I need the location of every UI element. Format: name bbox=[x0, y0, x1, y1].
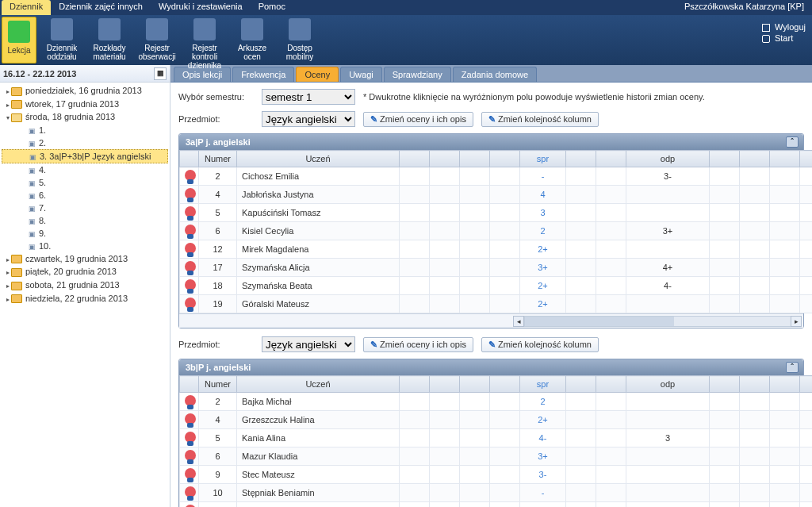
tree-lesson[interactable]: 7. bbox=[2, 202, 168, 214]
ribbon-dziennik-oddziału[interactable]: Dziennikoddziału bbox=[38, 15, 86, 65]
class-a-hscroll[interactable]: ◂▸ bbox=[179, 313, 803, 328]
grade-row[interactable]: 10Stępniak Beniamin--0.25 bbox=[180, 484, 813, 502]
grade-row[interactable]: 4Jabłońska Justyna44 bbox=[180, 186, 813, 204]
menu-dziennik[interactable]: Dziennik bbox=[2, 0, 51, 15]
grade-row[interactable]: 12Mirek Magdalena2+2.25 bbox=[180, 240, 813, 259]
student-icon bbox=[185, 206, 196, 217]
col-header[interactable] bbox=[460, 151, 490, 167]
grade-row[interactable]: 6Mazur Klaudia3+3.25 bbox=[180, 447, 813, 466]
menu-pomoc[interactable]: Pomoc bbox=[251, 0, 293, 15]
col-header[interactable]: Uczeń bbox=[237, 151, 400, 167]
tree-day[interactable]: wtorek, 17 grudnia 2013 bbox=[2, 98, 168, 111]
tree-lesson[interactable]: 4. bbox=[2, 163, 168, 176]
grade-row[interactable]: 13Wiśniewska Marzenna2+2.25 bbox=[180, 502, 813, 508]
semester-select[interactable]: semestr 1 bbox=[262, 89, 355, 105]
tree-day[interactable]: sobota, 21 grudnia 2013 bbox=[2, 278, 168, 292]
menu-dziennik-zajęć-innych[interactable]: Dziennik zajęć innych bbox=[51, 0, 151, 15]
student-icon bbox=[185, 298, 196, 309]
tree-lesson[interactable]: 2. bbox=[2, 136, 168, 149]
col-header[interactable]: odp bbox=[626, 151, 710, 167]
grade-row[interactable]: 5Kapuściński Tomasz33 bbox=[180, 204, 813, 222]
tab-frekwencja[interactable]: Frekwencja bbox=[232, 67, 294, 82]
col-header[interactable] bbox=[740, 376, 770, 393]
subject-select-b[interactable]: Język angielski bbox=[262, 336, 355, 352]
col-header[interactable]: Uczeń bbox=[237, 376, 400, 393]
tab-uwagi[interactable]: Uwagi bbox=[340, 67, 382, 82]
col-header[interactable] bbox=[566, 376, 596, 393]
grade-row[interactable]: 2Cichosz Emilia-3-1.25 bbox=[180, 167, 813, 186]
reorder-cols-button-b[interactable]: Zmień kolejność kolumn bbox=[481, 337, 599, 352]
col-header[interactable]: Numer bbox=[199, 151, 237, 167]
grade-row[interactable]: 18Szymańska Beata2+4-3 bbox=[180, 277, 813, 295]
col-header[interactable] bbox=[740, 151, 770, 167]
col-header[interactable] bbox=[596, 151, 626, 167]
tree-day[interactable]: czwartek, 19 grudnia 2013 bbox=[2, 252, 168, 266]
col-header[interactable]: spr bbox=[520, 151, 566, 167]
start-link[interactable]: Start bbox=[762, 33, 806, 44]
col-header[interactable] bbox=[400, 151, 430, 167]
tree-lesson[interactable]: 9. bbox=[2, 227, 168, 240]
col-header[interactable] bbox=[430, 376, 460, 393]
col-header[interactable] bbox=[710, 151, 740, 167]
logout-link[interactable]: Wyloguj bbox=[762, 21, 806, 33]
student-icon bbox=[185, 279, 196, 290]
col-header[interactable] bbox=[180, 151, 199, 167]
tree-lesson[interactable]: 6. bbox=[2, 189, 168, 202]
tab-sprawdziany[interactable]: Sprawdziany bbox=[384, 67, 451, 82]
col-header[interactable] bbox=[490, 151, 520, 167]
col-header[interactable] bbox=[566, 151, 596, 167]
tree-lesson[interactable]: 10. bbox=[2, 240, 168, 252]
col-header[interactable]: Numer bbox=[199, 376, 237, 393]
tab-oceny[interactable]: Oceny bbox=[296, 67, 339, 82]
history-note: * Dwukrotne kliknięcie na wyróżnionym po… bbox=[363, 92, 705, 102]
col-header[interactable] bbox=[490, 376, 520, 393]
col-header[interactable] bbox=[430, 151, 460, 167]
subject-select-a[interactable]: Język angielski bbox=[262, 111, 355, 127]
col-header[interactable] bbox=[710, 376, 740, 393]
col-header[interactable] bbox=[770, 376, 800, 393]
collapse-b-button[interactable]: ˆ bbox=[786, 362, 799, 373]
col-header[interactable] bbox=[800, 376, 813, 393]
reorder-cols-button-a[interactable]: Zmień kolejność kolumn bbox=[481, 112, 599, 127]
grade-row[interactable]: 19Góralski Mateusz2+2.25 bbox=[180, 295, 813, 313]
calendar-button[interactable]: ▦ bbox=[154, 67, 167, 80]
col-header[interactable] bbox=[400, 376, 430, 393]
student-icon bbox=[185, 188, 196, 199]
col-header[interactable] bbox=[460, 376, 490, 393]
student-icon bbox=[185, 261, 196, 272]
tab-zadania-domowe[interactable]: Zadania domowe bbox=[453, 67, 537, 82]
main-menu-bar: DziennikDziennik zajęć innychWydruki i z… bbox=[0, 0, 812, 15]
grade-row[interactable]: 9Stec Mateusz3-2.75 bbox=[180, 466, 813, 484]
grade-row[interactable]: 2Bajka Michał22 bbox=[180, 393, 813, 411]
tree-lesson[interactable]: 8. bbox=[2, 214, 168, 227]
ribbon-lekcja[interactable]: Lekcja bbox=[2, 17, 36, 63]
edit-grades-button-b[interactable]: Zmień oceny i ich opis bbox=[363, 337, 473, 352]
tree-lesson[interactable]: 1. bbox=[2, 124, 168, 136]
ribbon-toolbar: LekcjaDziennikoddziałuRozkładymateriałuR… bbox=[0, 15, 812, 65]
menu-wydruki-i-zestawienia[interactable]: Wydruki i zestawienia bbox=[151, 0, 251, 15]
col-header[interactable] bbox=[596, 376, 626, 393]
grade-row[interactable]: 4Grzeszczuk Halina2+2.25 bbox=[180, 411, 813, 429]
col-header[interactable] bbox=[800, 151, 813, 167]
ribbon-dostęp-mobilny[interactable]: Dostępmobilny bbox=[276, 15, 324, 65]
tree-day[interactable]: niedziela, 22 grudnia 2013 bbox=[2, 292, 168, 305]
collapse-a-button[interactable]: ˆ bbox=[786, 136, 799, 148]
col-header[interactable] bbox=[180, 376, 199, 393]
tree-day[interactable]: piątek, 20 grudnia 2013 bbox=[2, 265, 168, 278]
edit-grades-button-a[interactable]: Zmień oceny i ich opis bbox=[363, 112, 473, 127]
tree-lesson[interactable]: 5. bbox=[2, 176, 168, 189]
tree-day[interactable]: środa, 18 grudnia 2013 bbox=[2, 110, 168, 124]
tree-day[interactable]: poniedziałek, 16 grudnia 2013 bbox=[2, 84, 168, 98]
col-header[interactable] bbox=[770, 151, 800, 167]
col-header[interactable]: spr bbox=[520, 376, 566, 393]
session-links: Wyloguj Start bbox=[762, 21, 806, 44]
ribbon-arkusze-ocen[interactable]: Arkuszeocen bbox=[228, 15, 276, 65]
tree-lesson[interactable]: 3. 3a|P+3b|P Język angielski bbox=[2, 149, 168, 163]
grade-row[interactable]: 17Szymańska Alicja3+4+3.75 bbox=[180, 259, 813, 277]
ribbon-rozkłady-materiału[interactable]: Rozkładymateriału bbox=[86, 15, 133, 65]
ribbon-rejestr-kontroli-dziennika[interactable]: Rejestrkontroli dziennika bbox=[181, 15, 228, 65]
grade-row[interactable]: 6Kisiel Cecylia23+2.63 bbox=[180, 222, 813, 240]
ribbon-rejestr-obserwacji[interactable]: Rejestrobserwacji bbox=[133, 15, 181, 65]
col-header[interactable]: odp bbox=[626, 376, 710, 393]
grade-row[interactable]: 5Kania Alina4-33.38 bbox=[180, 429, 813, 447]
